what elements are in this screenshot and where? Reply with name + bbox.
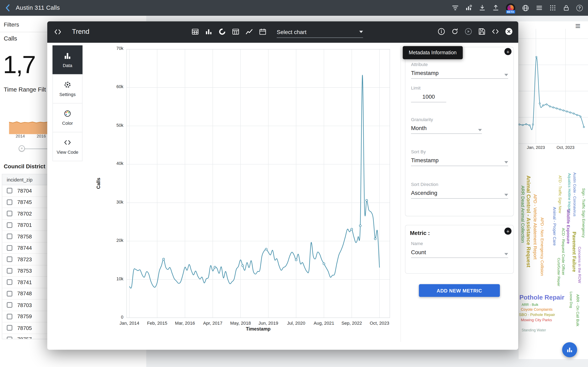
globe-icon[interactable]: [522, 4, 529, 11]
add-metric-plus-button[interactable]: +: [504, 227, 512, 234]
checkbox-icon[interactable]: [7, 234, 12, 239]
trend-preview-chart: [519, 21, 588, 146]
wordcloud-term[interactable]: Aquatics Hotline Inquiry: [567, 173, 571, 212]
checkbox-icon[interactable]: [7, 211, 12, 217]
wordcloud-term[interactable]: Curb/Gutter Repair: [557, 258, 560, 286]
expand-icon[interactable]: [54, 28, 62, 37]
wordcloud-term[interactable]: Pavement Failure: [572, 232, 577, 272]
caret-down-icon: [359, 31, 363, 33]
menu-icon[interactable]: ≡: [575, 21, 580, 30]
zip-label: 78745: [17, 199, 32, 205]
x-tick: Feb, 2015: [144, 320, 170, 326]
table-view-icon[interactable]: [191, 28, 199, 37]
play-button[interactable]: [464, 27, 472, 37]
checkbox-icon[interactable]: [7, 256, 12, 262]
sort-by-field[interactable]: Sort By Timestamp: [411, 149, 508, 166]
checkbox-icon[interactable]: [7, 291, 12, 297]
tab-label: View Code: [57, 150, 78, 155]
wordcloud-term[interactable]: ATD - Traffic Sign New: [558, 175, 562, 213]
wordcloud-term[interactable]: Austin Code - Coronavirus: [573, 172, 576, 216]
attribute-field[interactable]: Attribute Timestamp: [411, 62, 508, 79]
wordcloud-term[interactable]: Pothole Repair: [519, 294, 564, 300]
app-logo[interactable]: BETA: [506, 3, 515, 13]
wordcloud-term[interactable]: APD - Non Emergency Collision: [540, 217, 544, 276]
zip-label: 78741: [17, 279, 32, 285]
wordcloud-term[interactable]: ARR - On Call Bulk: [576, 294, 580, 326]
wordcloud-term[interactable]: Concerns in the ROW: [578, 247, 581, 283]
wordcloud-term[interactable]: ARR - Bulk: [521, 303, 538, 307]
calendar-icon[interactable]: [259, 28, 267, 37]
line-chart-icon[interactable]: [245, 28, 253, 37]
field-value: 1000: [422, 93, 435, 100]
upload-icon[interactable]: [492, 4, 499, 11]
help-icon[interactable]: ?: [576, 5, 583, 11]
wordcloud-term[interactable]: Animal Control - Assistance Request: [526, 175, 531, 267]
wordcloud-term[interactable]: SBO - Pothole Repair: [519, 313, 555, 317]
wordcloud-term[interactable]: ACD - Request Code Officer: [562, 228, 565, 275]
add-new-metric-button[interactable]: ADD NEW METRIC: [419, 284, 500, 297]
info-button[interactable]: [437, 27, 445, 37]
list-icon[interactable]: [536, 4, 543, 11]
checkbox-icon[interactable]: [7, 279, 12, 285]
wordcloud-term[interactable]: Sign - Traffic Sign Emergency: [582, 188, 586, 238]
zip-label: 78753: [17, 268, 32, 274]
x-tick: Aug, 2021: [311, 320, 337, 326]
checkbox-icon[interactable]: [7, 222, 12, 228]
limit-field[interactable]: Limit 1000: [411, 85, 446, 102]
wordcloud-term[interactable]: Animal - Proper Care: [552, 207, 556, 246]
save-button[interactable]: [478, 27, 486, 37]
tab-label: Data: [63, 63, 72, 68]
fab-chart-button[interactable]: [562, 342, 577, 357]
tab-settings[interactable]: Settings: [52, 74, 83, 103]
y-tick: 60k: [92, 84, 123, 89]
checkbox-icon[interactable]: [7, 245, 12, 251]
wordcloud-term[interactable]: Wildlife Exposure: [566, 209, 570, 244]
download-icon[interactable]: [479, 4, 486, 11]
y-tick: 40k: [92, 161, 123, 166]
checkbox-icon[interactable]: [7, 325, 12, 331]
x-tick: Oct, 2023: [554, 145, 577, 150]
add-attribute-button[interactable]: +: [504, 48, 512, 55]
code-button[interactable]: [491, 27, 500, 37]
granularity-field[interactable]: Granularity Month: [411, 117, 482, 134]
wordcloud-term[interactable]: Standing Water: [521, 328, 546, 332]
metric-name-field[interactable]: Name Count: [411, 241, 508, 258]
wordcloud-term[interactable]: Loose Dog: [569, 292, 573, 308]
pivot-table-icon[interactable]: [232, 28, 240, 37]
checkbox-icon[interactable]: [7, 337, 12, 339]
calls-metric-value: 1,7: [3, 50, 35, 79]
select-chart-dropdown[interactable]: Select chart: [277, 26, 363, 38]
checkbox-icon[interactable]: [7, 188, 12, 194]
wordcloud-term[interactable]: Mowing City Parks: [521, 318, 552, 322]
filter-icon[interactable]: [452, 4, 459, 11]
grid-icon[interactable]: [549, 4, 556, 11]
slider-handle[interactable]: =: [19, 145, 25, 151]
lock-icon[interactable]: [563, 4, 570, 11]
tab-color[interactable]: Color: [52, 103, 83, 132]
y-tick: 0: [92, 315, 123, 319]
refresh-button[interactable]: [451, 27, 459, 37]
beta-badge: BETA: [506, 10, 515, 13]
y-tick: 70k: [92, 46, 123, 51]
checkbox-icon[interactable]: [7, 199, 12, 205]
caret-down-icon: [504, 253, 508, 255]
chart-settings-icon[interactable]: [465, 4, 472, 11]
checkbox-icon[interactable]: [7, 314, 12, 319]
modal-title: Trend: [72, 28, 89, 36]
wordcloud-term[interactable]: ARR Dead Animal Collection: [521, 185, 525, 243]
wordcloud-term[interactable]: Coyote Complaints: [521, 308, 553, 311]
wordcloud-term[interactable]: APD - Vehicle Abatement Report: [533, 194, 537, 259]
x-tick: 2014: [13, 134, 28, 138]
sort-direction-field[interactable]: Sort Direction Ascending: [411, 182, 508, 199]
tab-data[interactable]: Data: [52, 45, 83, 75]
donut-chart-icon[interactable]: [218, 28, 226, 37]
bar-chart-icon[interactable]: [205, 28, 213, 37]
tab-view-code[interactable]: View Code: [52, 132, 83, 161]
x-tick: Jul, 2020: [283, 320, 309, 326]
checkbox-icon[interactable]: [7, 268, 12, 274]
close-button[interactable]: [505, 27, 513, 37]
modal-action-icons: [437, 27, 513, 37]
checkbox-icon[interactable]: [7, 302, 12, 308]
back-button[interactable]: [5, 4, 10, 12]
caret-down-icon: [504, 161, 508, 163]
